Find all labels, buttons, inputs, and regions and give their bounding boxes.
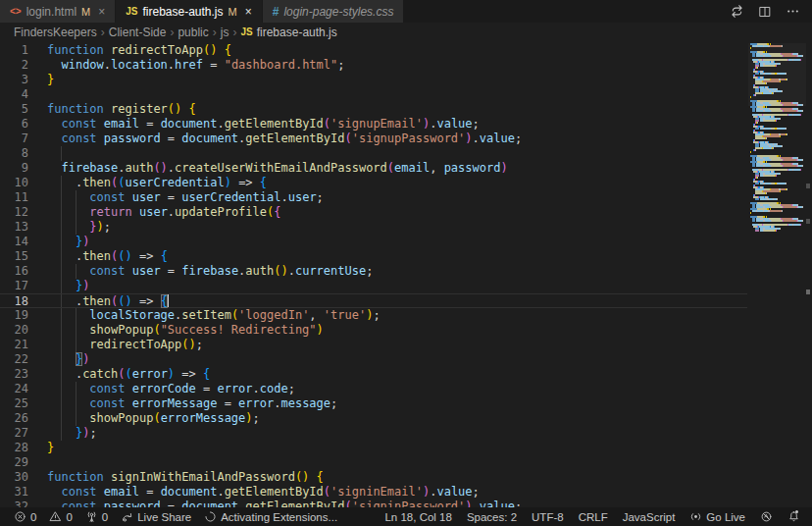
status-item-eol[interactable]: CRLF: [579, 511, 608, 523]
line-number[interactable]: 24: [0, 382, 28, 396]
tab-firebase-auth.js[interactable]: JSfirebase-auth.jsM×: [116, 0, 262, 23]
status-item-activating-extensions[interactable]: Activating Extensions...: [204, 510, 337, 523]
indent-guide: [61, 146, 62, 161]
code-line[interactable]: 17 }): [0, 279, 747, 293]
code-line[interactable]: 30function signInWithEmailAndPassword() …: [0, 470, 747, 485]
breadcrumb-item-Client-Side[interactable]: Client-Side: [109, 26, 167, 39]
line-number[interactable]: 1: [0, 43, 28, 58]
line-number[interactable]: 15: [0, 249, 28, 264]
code-line[interactable]: 21 redirectToApp();: [0, 338, 747, 352]
code-editor[interactable]: 1function redirectToApp() {2 window.loca…: [0, 41, 812, 507]
line-number[interactable]: 20: [0, 323, 28, 338]
split-editor-icon[interactable]: [758, 5, 772, 19]
code-line[interactable]: 28}: [0, 441, 747, 455]
line-number[interactable]: 10: [0, 176, 28, 190]
code-line[interactable]: 9 firebase.auth().createUserWithEmailAnd…: [0, 161, 747, 176]
line-number[interactable]: 7: [0, 132, 28, 146]
code-line[interactable]: 22 }): [0, 352, 747, 367]
line-number[interactable]: 32: [0, 500, 28, 507]
code-line[interactable]: 13 });: [0, 220, 747, 235]
line-number[interactable]: 4: [0, 87, 28, 102]
code-line[interactable]: 15 .then(() => {: [0, 249, 747, 264]
status-item-broadcast-count[interactable]: 0: [85, 510, 108, 523]
line-number[interactable]: 27: [0, 426, 28, 441]
breadcrumb-item-public[interactable]: public: [178, 26, 208, 39]
line-number[interactable]: 3: [0, 73, 28, 87]
line-number[interactable]: 28: [0, 441, 28, 455]
code-line[interactable]: 18 .then(() => {: [0, 293, 747, 308]
code-line[interactable]: 23 .catch((error) => {: [0, 367, 747, 382]
line-number[interactable]: 6: [0, 117, 28, 132]
code-line[interactable]: 4: [0, 87, 747, 102]
line-number[interactable]: 21: [0, 338, 28, 352]
line-number[interactable]: 31: [0, 485, 28, 500]
code-line[interactable]: 5function register() {: [0, 102, 747, 117]
line-number[interactable]: 26: [0, 411, 28, 426]
code-line[interactable]: 19 localStorage.setItem('loggedIn', 'tru…: [0, 308, 747, 323]
breadcrumb-item-FindersKeepers[interactable]: FindersKeepers: [14, 26, 97, 39]
code-line[interactable]: 25 const errorMessage = error.message;: [0, 396, 747, 411]
line-number[interactable]: 19: [0, 308, 28, 323]
status-item-go-live[interactable]: Go Live: [689, 510, 745, 523]
code-line[interactable]: 1function redirectToApp() {: [0, 43, 747, 58]
code-line[interactable]: 8: [0, 146, 747, 161]
status-item-notifications[interactable]: [787, 510, 800, 523]
breadcrumb-item-js[interactable]: js: [221, 26, 229, 39]
line-number[interactable]: 17: [0, 279, 28, 293]
code-line[interactable]: 12 return user.updateProfile({: [0, 205, 747, 220]
line-number[interactable]: 29: [0, 455, 28, 470]
line-number[interactable]: 16: [0, 264, 28, 279]
line-number[interactable]: 13: [0, 220, 28, 235]
line-number[interactable]: 25: [0, 396, 28, 411]
more-actions-icon[interactable]: [786, 4, 800, 19]
code-line[interactable]: 27 });: [0, 426, 747, 441]
line-number[interactable]: 2: [0, 58, 28, 73]
line-number[interactable]: 8: [0, 146, 28, 161]
breadcrumb-separator: ›: [101, 26, 105, 39]
indent-guide: [76, 338, 76, 352]
code-line[interactable]: 2 window.location.href = "dashboard.html…: [0, 58, 747, 73]
line-number[interactable]: 12: [0, 205, 28, 220]
tab-login-page-styles.css[interactable]: #login-page-styles.css: [263, 0, 405, 23]
line-number[interactable]: 5: [0, 102, 28, 117]
code-line[interactable]: 24 const errorCode = error.code;: [0, 382, 747, 396]
minimap[interactable]: [750, 43, 804, 232]
code-line[interactable]: 26 showPopup(errorMessage);: [0, 411, 747, 426]
line-number[interactable]: 14: [0, 235, 28, 249]
status-item-warnings[interactable]: 0: [49, 510, 72, 523]
code-line[interactable]: 14 }): [0, 235, 747, 249]
close-icon[interactable]: ×: [245, 5, 252, 19]
indent-guide: [61, 426, 62, 441]
code-line[interactable]: 11 const user = userCredential.user;: [0, 190, 747, 205]
code-line[interactable]: 7 const password = document.getElementBy…: [0, 132, 747, 146]
line-number[interactable]: 9: [0, 161, 28, 176]
code-line[interactable]: 3}: [0, 73, 747, 87]
line-number[interactable]: 23: [0, 367, 28, 382]
status-item-cursor-position[interactable]: Ln 18, Col 18: [384, 511, 451, 523]
status-item-language-mode[interactable]: JavaScript: [623, 511, 676, 523]
tab-login.html[interactable]: <>login.htmlM×: [0, 0, 116, 23]
code-area[interactable]: 1function redirectToApp() {2 window.loca…: [0, 41, 747, 507]
code-line[interactable]: 6 const email = document.getElementById(…: [0, 117, 747, 132]
close-icon[interactable]: ×: [98, 5, 105, 19]
code-line[interactable]: 31 const email = document.getElementById…: [0, 485, 747, 500]
code-line[interactable]: 32 const password = document.getElementB…: [0, 500, 747, 507]
spinner-icon: [204, 510, 217, 523]
status-item-extension-toggle[interactable]: [760, 510, 773, 523]
line-number[interactable]: 18: [0, 294, 28, 307]
status-item-indentation[interactable]: Spaces: 2: [467, 511, 517, 523]
open-changes-icon[interactable]: [730, 4, 744, 19]
overview-ruler[interactable]: [804, 41, 812, 507]
status-item-live-share[interactable]: Live Share: [121, 510, 191, 523]
status-item-errors[interactable]: 0: [14, 510, 36, 523]
code-line[interactable]: 29: [0, 455, 747, 470]
line-number[interactable]: 11: [0, 190, 28, 205]
code-line[interactable]: 20 showPopup("Success! Redirecting"): [0, 323, 747, 338]
line-number[interactable]: 30: [0, 470, 28, 485]
breadcrumb-item-firebase-auth.js[interactable]: JSfirebase-auth.js: [240, 26, 336, 39]
code-line[interactable]: 10 .then((userCredential) => {: [0, 176, 747, 190]
indent-guide: [61, 235, 62, 249]
code-line[interactable]: 16 const user = firebase.auth().currentU…: [0, 264, 747, 279]
line-number[interactable]: 22: [0, 352, 28, 367]
status-item-encoding[interactable]: UTF-8: [532, 511, 564, 523]
